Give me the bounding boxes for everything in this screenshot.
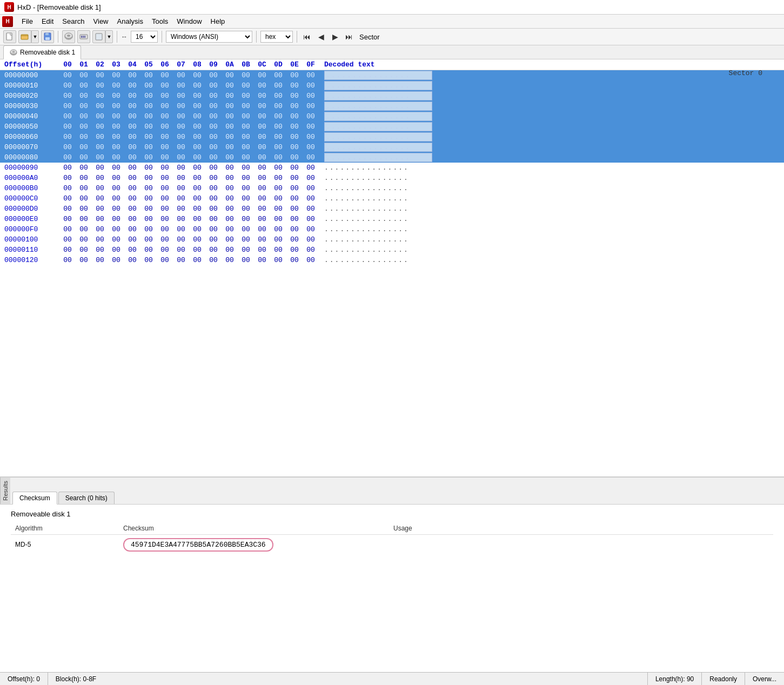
hex-byte[interactable]: 00 <box>205 225 222 233</box>
hex-byte[interactable]: 00 <box>92 143 108 151</box>
hex-byte[interactable]: 00 <box>303 92 319 100</box>
hex-byte[interactable]: 00 <box>59 123 76 131</box>
hex-byte[interactable]: 00 <box>124 82 140 90</box>
hex-byte[interactable]: 00 <box>222 246 238 254</box>
mode-select[interactable]: hex <box>260 31 293 43</box>
hex-byte[interactable]: 00 <box>205 184 222 192</box>
hex-byte[interactable]: 00 <box>270 102 286 110</box>
hex-byte[interactable]: 00 <box>140 133 157 141</box>
hex-byte[interactable]: 00 <box>76 112 92 120</box>
hex-byte[interactable]: 00 <box>92 225 108 233</box>
hex-byte[interactable]: 00 <box>76 123 92 131</box>
hex-byte[interactable]: 00 <box>124 92 140 100</box>
hex-byte[interactable]: 00 <box>222 194 238 203</box>
hex-byte[interactable]: 00 <box>238 184 254 192</box>
hex-byte[interactable]: 00 <box>254 92 270 100</box>
hex-byte[interactable]: 00 <box>108 143 124 151</box>
hex-byte[interactable]: 00 <box>286 164 303 172</box>
hex-byte[interactable]: 00 <box>303 102 319 110</box>
hex-byte[interactable]: 00 <box>140 112 157 120</box>
hex-byte[interactable]: 00 <box>286 112 303 120</box>
hex-byte[interactable]: 00 <box>222 102 238 110</box>
hex-byte[interactable]: 00 <box>286 256 303 264</box>
hex-byte[interactable]: 00 <box>270 236 286 244</box>
hex-byte[interactable]: 00 <box>140 174 157 182</box>
hex-byte[interactable]: 00 <box>303 71 319 79</box>
hex-byte[interactable]: 00 <box>205 246 222 254</box>
hex-byte[interactable]: 00 <box>238 102 254 110</box>
hex-byte[interactable]: 00 <box>270 82 286 90</box>
hex-byte[interactable]: 00 <box>76 143 92 151</box>
hex-byte[interactable]: 00 <box>222 205 238 213</box>
hex-byte[interactable]: 00 <box>124 102 140 110</box>
hex-byte[interactable]: 00 <box>124 236 140 244</box>
columns-select[interactable]: 16 8 32 <box>131 31 158 43</box>
hex-byte[interactable]: 00 <box>140 164 157 172</box>
hex-byte[interactable]: 00 <box>59 256 76 264</box>
hex-byte[interactable]: 00 <box>189 123 205 131</box>
hex-byte[interactable]: 00 <box>92 71 108 79</box>
hex-byte[interactable]: 00 <box>140 92 157 100</box>
hex-byte[interactable]: 00 <box>76 215 92 223</box>
menu-search[interactable]: Search <box>58 16 89 27</box>
hex-byte[interactable]: 00 <box>303 236 319 244</box>
hex-byte[interactable]: 00 <box>189 225 205 233</box>
hex-byte[interactable]: 00 <box>157 256 173 264</box>
hex-byte[interactable]: 00 <box>254 71 270 79</box>
hex-byte[interactable]: 00 <box>303 82 319 90</box>
hex-byte[interactable]: 00 <box>59 102 76 110</box>
hex-byte[interactable]: 00 <box>270 164 286 172</box>
hex-byte[interactable]: 00 <box>59 184 76 192</box>
tab-checksum[interactable]: Checksum <box>12 492 57 505</box>
hex-byte[interactable]: 00 <box>173 184 189 192</box>
hex-byte[interactable]: 00 <box>303 164 319 172</box>
hex-byte[interactable]: 00 <box>92 123 108 131</box>
hex-byte[interactable]: 00 <box>238 225 254 233</box>
hex-byte[interactable]: 00 <box>59 225 76 233</box>
hex-byte[interactable]: 00 <box>303 153 319 162</box>
encoding-select[interactable]: Windows (ANSI) <box>166 31 252 43</box>
hex-byte[interactable]: 00 <box>205 133 222 141</box>
hex-byte[interactable]: 00 <box>76 82 92 90</box>
hex-byte[interactable]: 00 <box>254 205 270 213</box>
hex-byte[interactable]: 00 <box>108 92 124 100</box>
hex-byte[interactable]: 00 <box>238 143 254 151</box>
hex-byte[interactable]: 00 <box>173 143 189 151</box>
hex-byte[interactable]: 00 <box>92 112 108 120</box>
hex-byte[interactable]: 00 <box>140 82 157 90</box>
hex-byte[interactable]: 00 <box>124 184 140 192</box>
hex-byte[interactable]: 00 <box>76 184 92 192</box>
new-button[interactable] <box>3 30 16 43</box>
hex-byte[interactable]: 00 <box>222 164 238 172</box>
hex-byte[interactable]: 00 <box>124 215 140 223</box>
hex-row[interactable]: 0000005000000000000000000000000000000000… <box>0 122 784 132</box>
hex-byte[interactable]: 00 <box>189 133 205 141</box>
hex-byte[interactable]: 00 <box>205 194 222 203</box>
hex-byte[interactable]: 00 <box>59 164 76 172</box>
hex-byte[interactable]: 00 <box>59 82 76 90</box>
hex-byte[interactable]: 00 <box>270 153 286 162</box>
hex-byte[interactable]: 00 <box>303 143 319 151</box>
hex-byte[interactable]: 00 <box>76 205 92 213</box>
hex-byte[interactable]: 00 <box>173 92 189 100</box>
hex-row[interactable]: 0000010000000000000000000000000000000000… <box>0 234 784 245</box>
hex-byte[interactable]: 00 <box>254 215 270 223</box>
nav-first-button[interactable]: ⏮ <box>301 31 313 43</box>
hex-row[interactable]: 0000012000000000000000000000000000000000… <box>0 255 784 265</box>
open-dropdown[interactable]: ▼ <box>31 30 39 43</box>
hex-byte[interactable]: 00 <box>222 236 238 244</box>
hex-row[interactable]: 000000B000000000000000000000000000000000… <box>0 183 784 193</box>
menu-edit[interactable]: Edit <box>37 16 58 27</box>
hex-byte[interactable]: 00 <box>92 205 108 213</box>
hex-byte[interactable]: 00 <box>173 174 189 182</box>
hex-byte[interactable]: 00 <box>270 246 286 254</box>
hex-byte[interactable]: 00 <box>124 225 140 233</box>
hex-byte[interactable]: 00 <box>173 71 189 79</box>
hex-byte[interactable]: 00 <box>205 112 222 120</box>
hex-byte[interactable]: 00 <box>173 82 189 90</box>
hex-byte[interactable]: 00 <box>238 82 254 90</box>
hex-editor[interactable]: Offset(h) 00 01 02 03 04 05 06 07 08 09 … <box>0 59 784 476</box>
hex-byte[interactable]: 00 <box>157 236 173 244</box>
hex-byte[interactable]: 00 <box>254 112 270 120</box>
hex-row[interactable]: 000000F000000000000000000000000000000000… <box>0 224 784 234</box>
